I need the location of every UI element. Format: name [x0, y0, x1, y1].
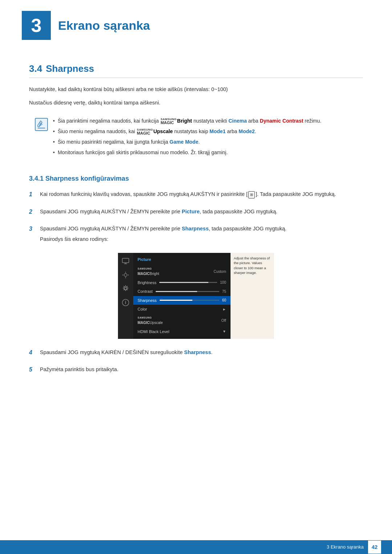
step-content-2: Spausdami JOG mygtuką AUKŠTYN / ŽEMYN pe… [40, 208, 363, 218]
step-number-3: 3 [29, 225, 40, 233]
sidebar-info-icon: i [121, 298, 130, 307]
menu-item-bright: SAMSUNGMAGICBright Custom [133, 265, 230, 278]
step-number-5: 5 [29, 365, 40, 374]
menu-item-brightness: Brightness 100 [133, 278, 230, 287]
screen-sidebar: i [118, 253, 133, 339]
note-text-4: Monitoriaus funkcijos gali skirtis prikl… [58, 149, 228, 156]
note-icon [35, 118, 48, 131]
note-item-1: Šia parinktimi negalima naudotis, kai fu… [53, 117, 357, 125]
steps-list: 1 Kai rodomas funkcinių klavišų vadovas,… [29, 190, 363, 246]
subsection-number: 3.4.1 [29, 175, 44, 182]
subsection-heading: 3.4.1 Sharpness konfigūravimas [29, 174, 363, 184]
footer-page-number: 42 [368, 541, 381, 554]
step-2: 2 Spausdami JOG mygtuką AUKŠTYN / ŽEMYN … [29, 208, 363, 218]
menu-item-color: Color ► [133, 305, 230, 314]
screen-tooltip: Adjust the sharpness of the picture. Val… [230, 253, 274, 339]
step-number-1: 1 [29, 190, 40, 199]
step-5-text: Pažymėta parinktis bus pritaikyta. [40, 365, 363, 374]
section-title: Sharpness [46, 63, 94, 74]
chapter-title: Ekrano sąranka [58, 16, 150, 35]
step-5: 5 Pažymėta parinktis bus pritaikyta. [29, 365, 363, 376]
footer-text: 3 Ekrano sąranka [327, 543, 364, 551]
menu-title: Picture [133, 256, 230, 265]
screen-mockup-container: i Picture SAMSUNGMAGICBright Custom Brig… [29, 253, 363, 339]
note-box: Šia parinktimi negalima naudotis, kai fu… [29, 114, 363, 163]
kbd-icon: ⊞ [248, 191, 255, 198]
steps-list-2: 4 Spausdami JOG mygtuką KAIRĖN / DEŠINĖN… [29, 348, 363, 376]
sidebar-brightness-icon [121, 270, 130, 280]
chapter-number: 3 [31, 11, 42, 40]
note-content: Šia parinktimi negalima naudotis, kai fu… [53, 117, 357, 159]
note-item-3: Šio meniu pasirinkti negalima, kai įjung… [53, 138, 357, 146]
subsection-title: Sharpness konfigūravimas [45, 175, 129, 182]
section-number: 3.4 [29, 63, 42, 74]
sidebar-monitor-icon [121, 257, 130, 266]
intro-para-1: Nustatykite, kad daiktų kontūrai būtų ai… [29, 85, 363, 94]
step-number-4: 4 [29, 348, 40, 357]
page-header: 3 Ekrano sąranka [0, 0, 392, 44]
menu-item-contrast: Contrast 75 [133, 287, 230, 296]
note-item-4: Monitoriaus funkcijos gali skirtis prikl… [53, 149, 357, 156]
page-footer: 3 Ekrano sąranka 42 [0, 540, 392, 554]
intro-para-2: Nustačius didesnę vertę, daiktų kontūrai… [29, 99, 363, 107]
svg-point-5 [124, 274, 127, 276]
step-1: 1 Kai rodomas funkcinių klavišų vadovas,… [29, 190, 363, 201]
section-heading: 3.4Sharpness [29, 62, 363, 78]
screen-mockup: i Picture SAMSUNGMAGICBright Custom Brig… [118, 253, 274, 339]
step-content-1: Kai rodomas funkcinių klavišų vadovas, s… [40, 190, 363, 201]
step-content-4: Spausdami JOG mygtuką KAIRĖN / DEŠINĖN s… [40, 348, 363, 359]
menu-item-hdmi: HDMI Black Level ▼ [133, 327, 230, 336]
step-4: 4 Spausdami JOG mygtuką KAIRĖN / DEŠINĖN… [29, 348, 363, 359]
menu-item-upscale: SAMSUNGMAGICUpscale Off [133, 314, 230, 327]
tooltip-text: Adjust the sharpness of the picture. Val… [234, 256, 270, 275]
step-number-2: 2 [29, 208, 40, 216]
step-3: 3 Spausdami JOG mygtuką AUKŠTYN / ŽEMYN … [29, 225, 363, 246]
chapter-number-box: 3 [22, 11, 51, 40]
menu-item-sharpness: Sharpness 60 [133, 296, 230, 305]
svg-text:i: i [125, 300, 126, 305]
step-content-3: Spausdami JOG mygtuką AUKŠTYN / ŽEMYN pe… [40, 225, 363, 246]
step-content-5: Pažymėta parinktis bus pritaikyta. [40, 365, 363, 376]
screen-menu: Picture SAMSUNGMAGICBright Custom Bright… [133, 253, 230, 339]
svg-rect-2 [122, 258, 129, 263]
main-content: 3.4Sharpness Nustatykite, kad daiktų kon… [0, 44, 392, 412]
sidebar-gear-icon [121, 284, 130, 294]
note-item-2: Šiuo meniu negalima naudotis, kai SAMSUN… [53, 128, 357, 135]
